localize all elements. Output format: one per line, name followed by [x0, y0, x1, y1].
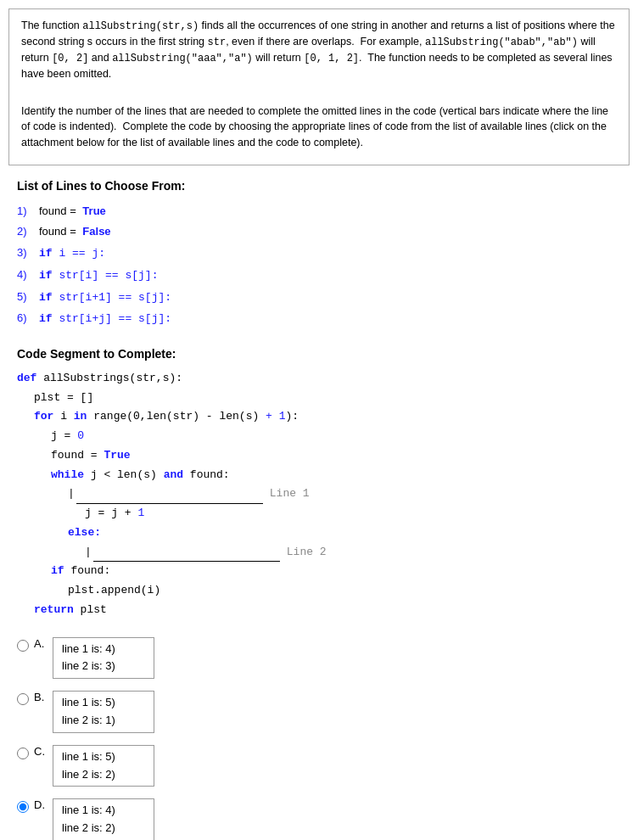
option-letter-A: A. [34, 637, 48, 650]
code-line-return: return plst [17, 601, 621, 620]
option-box-B: line 1 is: 5) line 2 is: 1) [53, 691, 154, 733]
line-num-4: 4) [17, 265, 36, 286]
option-radio-A[interactable] [17, 640, 29, 652]
list-item: 4) if str[i] == s[j]: [17, 265, 621, 287]
instruction-box: The function allSubstring(str,s) finds a… [8, 8, 630, 165]
line-num-1: 1) [17, 201, 36, 222]
option-box-C: line 1 is: 5) line 2 is: 2) [53, 745, 154, 787]
code-line-for: for i in range(0,len(str) - len(s) + 1): [17, 407, 621, 427]
line-value-1: True [80, 201, 106, 222]
option-C-line1: line 1 is: 5) [62, 748, 145, 766]
code-section-title: Code Segment to Complete: [17, 347, 621, 361]
option-row-D: D. line 1 is: 4) line 2 is: 2) [17, 798, 621, 840]
list-item: 3) if i == j: [17, 243, 621, 265]
option-B-line1: line 1 is: 5) [62, 694, 145, 712]
option-box-A: line 1 is: 4) line 2 is: 3) [53, 637, 154, 680]
option-row-C: C. line 1 is: 5) line 2 is: 2) [17, 745, 621, 787]
code-line-found-true: found = True [17, 446, 621, 466]
line-num-2: 2) [17, 221, 36, 243]
code-line-while: while j < len(s) and found: [17, 466, 621, 485]
option-radio-C[interactable] [17, 748, 29, 759]
list-item: 1) found = True [17, 201, 621, 222]
option-A-line2: line 2 is: 3) [62, 658, 145, 675]
option-row-B: B. line 1 is: 5) line 2 is: 1) [17, 691, 621, 733]
line-label-2: found = [39, 221, 76, 243]
list-item: 2) found = False [17, 221, 621, 243]
line-code-4: if str[i] == s[j]: [39, 266, 158, 287]
option-letter-C: C. [34, 745, 48, 758]
code-line-blank2: |Line 2 [17, 543, 621, 563]
option-A-line1: line 1 is: 4) [62, 641, 145, 658]
line-num-5: 5) [17, 287, 36, 308]
option-D-line2: line 2 is: 2) [62, 820, 145, 837]
code-line-blank1: |Line 1 [17, 484, 621, 504]
line-code-5: if str[i+1] == s[j]: [39, 288, 171, 309]
lines-section-title: List of Lines to Choose From: [17, 179, 621, 193]
option-B-line2: line 2 is: 1) [62, 712, 145, 730]
line-value-2: False [80, 221, 111, 243]
list-item: 5) if str[i+1] == s[j]: [17, 287, 621, 309]
line-num-6: 6) [17, 308, 36, 329]
code-line-j-incr: j = j + 1 [17, 504, 621, 524]
code-block: def allSubstrings(str,s): plst = [] for … [17, 369, 621, 620]
code-line-else: else: [17, 524, 621, 543]
instruction-paragraph1: The function allSubstring(str,s) finds a… [21, 18, 617, 82]
code-line-plst: plst = [] [17, 389, 621, 408]
line-label-1: found = [39, 201, 76, 222]
option-D-line1: line 1 is: 4) [62, 802, 145, 820]
option-letter-D: D. [34, 798, 48, 811]
code-line-if-found: if found: [17, 562, 621, 581]
lines-list: 1) found = True 2) found = False 3) if i… [17, 201, 621, 330]
instruction-paragraph2: Identify the number of the lines that ar… [21, 104, 617, 151]
option-box-D: line 1 is: 4) line 2 is: 2) [53, 798, 154, 840]
line-code-6: if str[i+j] == s[j]: [39, 309, 171, 330]
option-radio-D[interactable] [17, 801, 29, 813]
line-num-3: 3) [17, 243, 36, 264]
options-section: A. line 1 is: 4) line 2 is: 3) B. line 1… [17, 637, 621, 840]
option-C-line2: line 2 is: 2) [62, 766, 145, 784]
main-content: List of Lines to Choose From: 1) found =… [0, 179, 638, 840]
option-letter-B: B. [34, 691, 48, 703]
line-code-3: if i == j: [39, 244, 105, 265]
list-item: 6) if str[i+j] == s[j]: [17, 308, 621, 330]
code-line-append: plst.append(i) [17, 581, 621, 601]
option-radio-B[interactable] [17, 693, 29, 705]
code-line-j: j = 0 [17, 427, 621, 446]
option-row-A: A. line 1 is: 4) line 2 is: 3) [17, 637, 621, 680]
code-line-def: def allSubstrings(str,s): [17, 369, 621, 389]
